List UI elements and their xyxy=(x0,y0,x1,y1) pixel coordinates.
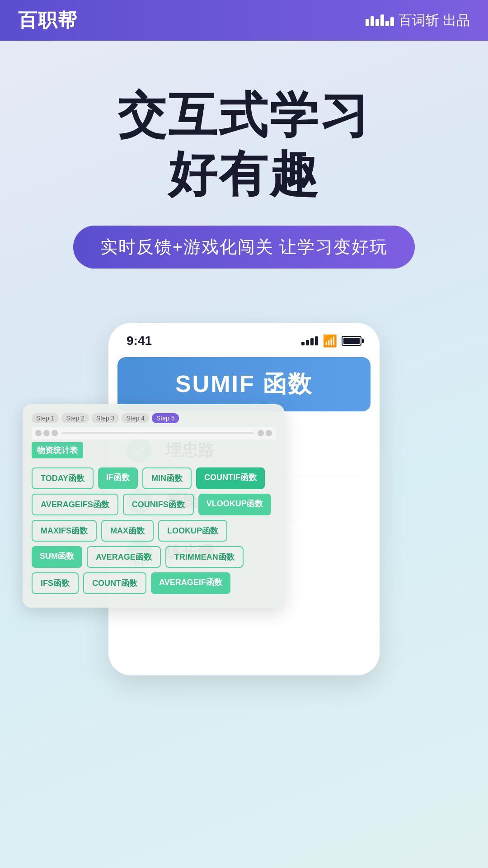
spreadsheet-title: 物资统计表 xyxy=(32,442,83,458)
tag-average: AVERAGE函数 xyxy=(87,546,161,568)
tag-lookup: LOOKUP函数 xyxy=(158,520,227,542)
signal-icon xyxy=(301,336,318,345)
tag-sum: SUM函数 xyxy=(32,546,82,568)
tag-countif: COUNTIF函数 xyxy=(196,467,265,489)
tag-max: MAX函数 xyxy=(101,520,154,542)
function-tags-container: TODAY函数 IF函数 MIN函数 COUNTIF函数 AVERAGEIFS函… xyxy=(32,463,276,599)
hero-subtitle-pill: 实时反馈+游戏化闯关 让学习变好玩 xyxy=(73,226,415,269)
brand-section: 百词斩 出品 xyxy=(366,11,470,30)
step-1: Step 1 xyxy=(32,413,59,423)
tag-maxifs: MAXIFS函数 xyxy=(32,520,97,542)
step-3: Step 3 xyxy=(92,413,119,423)
app-logo: 百职帮 xyxy=(18,8,78,33)
tag-today: TODAY函数 xyxy=(32,467,94,489)
step-4: Step 4 xyxy=(122,413,149,423)
sumif-banner: SUMIF 函数 xyxy=(117,357,371,411)
tag-ifs: IFS函数 xyxy=(32,572,79,594)
brand-icon xyxy=(366,14,394,26)
sumif-label: SUMIF 函数 xyxy=(175,368,313,400)
hero-title: 交互式学习 好有趣 xyxy=(27,86,461,203)
tag-trimmean: TRIMMEAN函数 xyxy=(165,546,244,568)
status-bar: 9:41 📶 xyxy=(108,323,380,353)
step-pills: Step 1 Step 2 Step 3 Step 4 Step 5 xyxy=(32,413,276,423)
tag-min: MIN函数 xyxy=(142,467,192,489)
tag-cloud-card: Step 1 Step 2 Step 3 Step 4 Step 5 物资统计表… xyxy=(23,404,285,608)
visual-area: 9:41 📶 SUMIF 函数 xyxy=(0,323,488,675)
time-display: 9:41 xyxy=(127,334,152,348)
tag-averageif: AVERAGEIF函数 xyxy=(151,572,230,594)
mini-toolbar xyxy=(32,427,276,439)
battery-icon xyxy=(342,336,361,346)
brand-label: 百词斩 出品 xyxy=(399,11,470,30)
tag-averageifs: AVERAGEIFS函数 xyxy=(32,494,118,515)
tag-vlookup: VLOOKUP函数 xyxy=(198,494,271,515)
hero-section: 交互式学习 好有趣 实时反馈+游戏化闯关 让学习变好玩 xyxy=(0,41,488,296)
step-2: Step 2 xyxy=(61,413,89,423)
wifi-icon: 📶 xyxy=(323,334,337,348)
status-icons: 📶 xyxy=(301,334,361,348)
step-5: Step 5 xyxy=(152,413,179,423)
tag-if: IF函数 xyxy=(98,467,138,489)
tag-count: COUNT函数 xyxy=(83,572,146,594)
app-header: 百职帮 百词斩 出品 xyxy=(0,0,488,41)
tag-counifs: COUNIFS函数 xyxy=(123,494,194,515)
